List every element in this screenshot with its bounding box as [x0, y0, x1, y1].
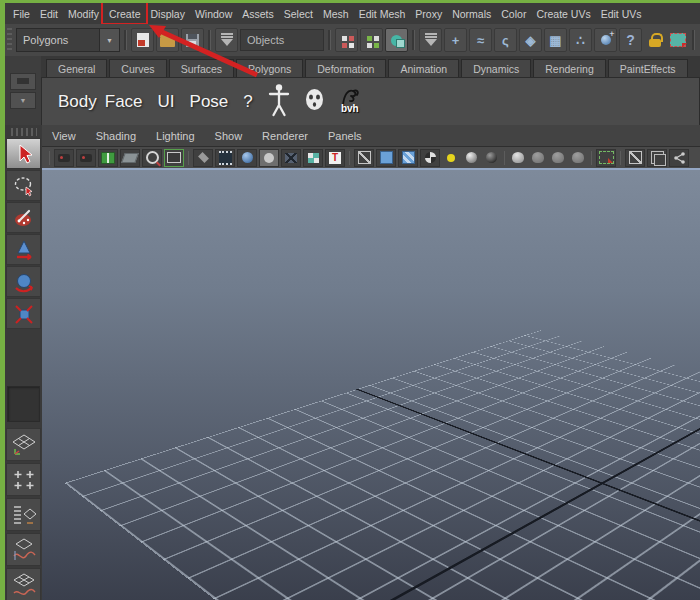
menu-create-uvs[interactable]: Create UVs — [531, 8, 595, 20]
select-hierarchy-button[interactable] — [335, 28, 358, 52]
share-nodes-button[interactable] — [669, 149, 689, 167]
chevron-down-icon[interactable]: ▼ — [99, 29, 119, 51]
menu-edit-mesh[interactable]: Edit Mesh — [354, 8, 411, 20]
menu-mesh[interactable]: Mesh — [318, 8, 354, 20]
snap-to-plane-button[interactable]: ◈ — [519, 28, 542, 52]
flat-shade-button[interactable] — [259, 149, 279, 167]
default-lighting-button[interactable] — [462, 150, 480, 166]
layout-four-pane-button[interactable] — [6, 463, 41, 496]
shelf-tab-animation[interactable]: Animation — [388, 59, 459, 77]
film-gate-button[interactable] — [164, 149, 184, 167]
panel-menu-panels[interactable]: Panels — [318, 130, 372, 142]
menu-edit[interactable]: Edit — [35, 8, 63, 20]
effects-button[interactable] — [594, 28, 617, 52]
highlight-selection-button[interactable] — [667, 29, 688, 51]
multisample-button[interactable] — [569, 150, 587, 166]
frame-selection-button[interactable] — [647, 149, 667, 167]
snap-particles-button[interactable]: ∴ — [569, 28, 592, 52]
last-tool-well[interactable] — [7, 386, 40, 422]
menu-modify[interactable]: Modify — [63, 8, 104, 20]
lock-button[interactable] — [644, 29, 665, 51]
shaded-display-button[interactable] — [237, 149, 257, 167]
layout-hypergraph-persp-button[interactable] — [6, 568, 41, 600]
object-details-button[interactable] — [625, 149, 645, 167]
group-separator[interactable] — [206, 28, 213, 52]
panel-menu-lighting[interactable]: Lighting — [146, 130, 205, 142]
menu-create[interactable]: Create — [104, 8, 146, 20]
shelf-button-skeleton[interactable] — [268, 83, 290, 121]
shelf-tab-polygons[interactable]: Polygons — [236, 59, 303, 77]
shelf-tab-curves[interactable]: Curves — [109, 59, 166, 77]
shelf-button-pose[interactable]: Pose — [190, 92, 229, 112]
film-strip-button[interactable] — [215, 149, 235, 167]
menu-assets[interactable]: Assets — [237, 8, 279, 20]
menu-normals[interactable]: Normals — [447, 8, 496, 20]
texture-view-button[interactable] — [303, 149, 323, 167]
xray-button[interactable] — [281, 149, 301, 167]
shelf-button-bvh-import[interactable]: bvh — [339, 87, 361, 114]
menu-file[interactable]: File — [8, 8, 35, 20]
layout-single-pane-button[interactable] — [6, 428, 41, 461]
panel-menu-renderer[interactable]: Renderer — [252, 130, 318, 142]
snap-to-curve-button[interactable]: ≈ — [469, 28, 492, 52]
menu-select[interactable]: Select — [279, 8, 318, 20]
select-object-button[interactable] — [360, 28, 383, 52]
smooth-shade-mode-button[interactable] — [376, 149, 396, 167]
shelf-tab-painteffects[interactable]: PaintEffects — [608, 59, 688, 77]
panel-menu-show[interactable]: Show — [205, 130, 253, 142]
shadows-button[interactable] — [509, 150, 527, 166]
use-all-lights-button[interactable] — [442, 150, 460, 166]
select-component-button[interactable] — [385, 28, 408, 52]
shelf-button-face-rig[interactable] — [305, 88, 324, 116]
perspective-viewport[interactable] — [42, 168, 700, 600]
menu-display[interactable]: Display — [145, 8, 189, 20]
shelf-button-face[interactable]: Face — [105, 92, 143, 112]
shelf-menu-button[interactable]: ▼ — [10, 92, 36, 109]
group-separator[interactable] — [326, 28, 333, 52]
make-live-button[interactable]: ▦ — [544, 28, 567, 52]
menu-window[interactable]: Window — [190, 8, 237, 20]
text-display-button[interactable]: T — [325, 149, 345, 167]
no-lights-button[interactable] — [482, 150, 500, 166]
panel-menu-view[interactable]: View — [42, 130, 86, 142]
shelf-button-help[interactable]: ? — [243, 92, 252, 112]
layout-outliner-persp-button[interactable] — [6, 498, 41, 531]
grid-toggle-button[interactable] — [193, 149, 213, 167]
menu-set-dropdown[interactable]: Polygons ▼ — [16, 28, 120, 52]
shelf-tab-deformation[interactable]: Deformation — [305, 59, 386, 77]
lasso-tool-button[interactable] — [6, 170, 41, 201]
shelf-tab-surfaces[interactable]: Surfaces — [169, 59, 234, 77]
select-tool-button[interactable] — [6, 138, 41, 169]
image-plane-button[interactable] — [120, 149, 140, 167]
motion-blur-button[interactable] — [549, 150, 567, 166]
snap-filter-button[interactable] — [419, 28, 442, 52]
shelf-tab-rendering[interactable]: Rendering — [533, 59, 605, 77]
scale-tool-button[interactable] — [6, 298, 41, 329]
group-separator[interactable] — [410, 28, 417, 52]
toolbox-drag-handle[interactable] — [11, 128, 37, 136]
open-scene-button[interactable] — [156, 28, 179, 52]
group-separator[interactable] — [122, 28, 129, 52]
ambient-occlusion-button[interactable] — [529, 150, 547, 166]
shelf-tab-dynamics[interactable]: Dynamics — [461, 59, 531, 77]
move-tool-button[interactable] — [6, 234, 41, 265]
save-scene-button[interactable] — [181, 28, 204, 52]
layout-persp-graph-button[interactable] — [6, 533, 41, 566]
objects-filter-field[interactable]: Objects — [240, 29, 324, 51]
shelf-tab-general[interactable]: General — [46, 59, 107, 77]
selection-mask-button[interactable] — [215, 28, 238, 52]
bookmarks-button[interactable] — [98, 149, 118, 167]
menu-edit-uvs[interactable]: Edit UVs — [596, 8, 647, 20]
textured-mode-button[interactable] — [398, 149, 418, 167]
construction-history-help-button[interactable]: ? — [619, 28, 642, 52]
shelf-button-ui[interactable]: UI — [158, 92, 175, 112]
shelf-button-body[interactable]: Body — [58, 92, 97, 112]
camera-attributes-button[interactable] — [54, 149, 74, 167]
use-default-material-button[interactable] — [420, 149, 440, 167]
status-line-drag-handle[interactable] — [7, 28, 12, 52]
group-separator[interactable] — [690, 28, 697, 52]
camera-settings-button[interactable] — [76, 149, 96, 167]
panel-menu-shading[interactable]: Shading — [86, 130, 146, 142]
new-scene-button[interactable] — [131, 28, 154, 52]
paint-select-tool-button[interactable] — [6, 202, 41, 233]
